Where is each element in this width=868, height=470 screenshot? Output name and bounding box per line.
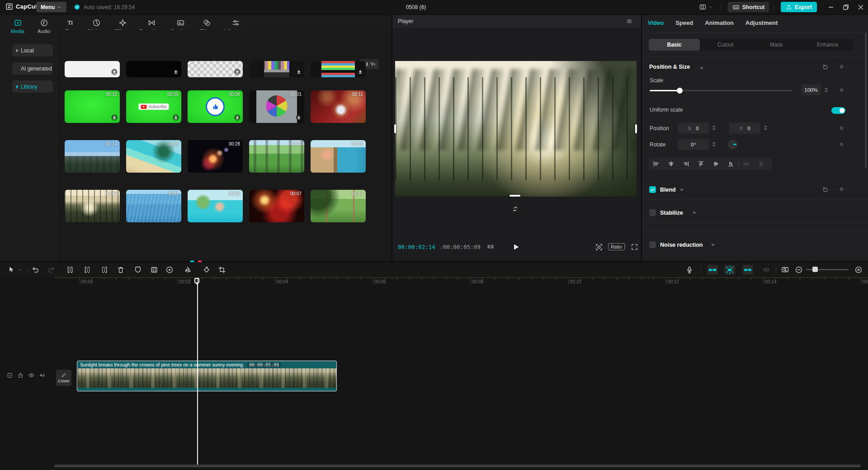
delete-button[interactable]: [117, 266, 125, 274]
mirror-button[interactable]: [184, 266, 192, 274]
media-thumb-family-in-park[interactable]: 00:13: [311, 190, 366, 222]
play-button[interactable]: [511, 242, 520, 252]
keyframe-prev-icon[interactable]: [833, 126, 837, 130]
position-y-stepper[interactable]: [762, 123, 769, 133]
collapse-icon[interactable]: [700, 66, 703, 69]
media-thumb-pool-girl[interactable]: 00:20: [188, 190, 243, 222]
keyframe-diamond-icon[interactable]: [839, 141, 844, 147]
player-menu-icon[interactable]: [626, 18, 633, 25]
media-thumb-tropical-beach[interactable]: 00:35: [126, 140, 181, 173]
timeline-zoom-knob[interactable]: [812, 267, 818, 272]
reset-icon[interactable]: [822, 64, 829, 70]
position-x-field[interactable]: X 0: [678, 122, 709, 134]
video-preview[interactable]: [395, 61, 637, 197]
media-thumb-green-screen[interactable]: 00:10: [65, 90, 120, 123]
linked-selection-button[interactable]: [742, 265, 753, 275]
scale-slider[interactable]: [650, 90, 793, 91]
keyframe-diamond-icon[interactable]: [839, 87, 844, 93]
expand-icon[interactable]: [693, 212, 696, 214]
media-thumb-color-stripes-banner[interactable]: [311, 61, 366, 77]
align-v-center-button[interactable]: [708, 158, 723, 170]
keyframe-diamond-icon[interactable]: [839, 64, 844, 70]
scale-stepper[interactable]: [823, 85, 830, 95]
scale-slider-knob[interactable]: [677, 88, 683, 94]
media-thumb-christmas-gifts[interactable]: 00:11: [311, 90, 366, 123]
track-options-icon[interactable]: [6, 372, 13, 379]
media-thumb-green-screen-subscribe[interactable]: Subscribe00:05: [126, 90, 181, 123]
blend-keyframe[interactable]: [833, 186, 850, 192]
distribute-h-button[interactable]: [739, 158, 754, 170]
media-thumb-cheerleaders[interactable]: 00:14: [249, 140, 304, 173]
media-thumb-test-bars-banner[interactable]: [249, 61, 304, 77]
shortcut-button[interactable]: Shortcut: [728, 2, 769, 12]
select-tool-button[interactable]: [7, 266, 15, 274]
inspector-tab-speed[interactable]: Speed: [675, 19, 693, 26]
playhead-handle[interactable]: [194, 278, 199, 283]
layout-switcher[interactable]: [699, 3, 713, 11]
media-thumb-red-fireworks[interactable]: 00:07: [249, 190, 304, 222]
media-thumb-transparent-matte[interactable]: [188, 61, 243, 77]
rotate-knob[interactable]: [728, 140, 737, 149]
download-icon[interactable]: [111, 114, 118, 121]
sidebar-item-local[interactable]: Local: [12, 44, 53, 56]
subtab-enhance[interactable]: Enhance: [802, 39, 853, 51]
keyframe-next-icon[interactable]: [846, 187, 850, 191]
scale-keyframe[interactable]: [833, 87, 850, 93]
keyframe-next-icon[interactable]: [846, 88, 850, 92]
timeline-scrollbar[interactable]: [54, 465, 861, 467]
tool-dropdown-icon[interactable]: [17, 267, 23, 273]
media-tab-media[interactable]: Media: [5, 16, 31, 36]
align-h-center-button[interactable]: [664, 158, 679, 170]
keyframe-diamond-icon[interactable]: [839, 125, 844, 131]
mask-button[interactable]: [134, 266, 142, 274]
redo-button[interactable]: [47, 266, 55, 274]
playhead-line[interactable]: [197, 278, 198, 465]
mute-track-icon[interactable]: [39, 372, 46, 379]
position-keyframe[interactable]: [833, 125, 850, 131]
delete-right-button[interactable]: [100, 266, 108, 274]
keyframe-prev-icon[interactable]: [833, 142, 837, 146]
subtab-basic[interactable]: Basic: [649, 39, 700, 51]
media-thumb-fireworks-night[interactable]: 00:28: [188, 140, 243, 173]
distribute-v-button[interactable]: [754, 158, 769, 170]
sidebar-item-ai-generated[interactable]: AI generated: [12, 62, 53, 75]
media-thumb-white-matte[interactable]: [65, 61, 120, 77]
main-track-magnet-button[interactable]: [707, 265, 718, 275]
keyframe-next-icon[interactable]: [846, 142, 850, 146]
media-thumb-pine-trees-sunlight[interactable]: 00:06: [65, 190, 120, 222]
transform-handle-right[interactable]: [635, 124, 637, 133]
transform-handle-left[interactable]: [394, 124, 396, 133]
keyframe-prev-icon[interactable]: [833, 65, 837, 69]
noise-reduction-checkbox[interactable]: [649, 241, 656, 248]
download-icon[interactable]: [234, 114, 241, 121]
media-thumb-blue-water[interactable]: 00:11: [126, 190, 181, 222]
scale-value-field[interactable]: 100%: [801, 85, 821, 95]
media-thumb-city-skyline[interactable]: 00:14: [65, 140, 120, 173]
align-right-button[interactable]: [679, 158, 693, 170]
download-icon[interactable]: [295, 68, 302, 75]
view-frames-button[interactable]: [780, 266, 790, 274]
rotate-stepper[interactable]: [711, 139, 717, 149]
restore-button[interactable]: [842, 3, 850, 11]
close-button[interactable]: [857, 3, 865, 11]
rotate-handle[interactable]: [510, 204, 520, 214]
export-button[interactable]: Export: [781, 2, 817, 12]
keyframe-prev-icon[interactable]: [833, 88, 837, 92]
inspector-tab-animation[interactable]: Animation: [705, 19, 734, 26]
lock-track-icon[interactable]: [17, 372, 24, 379]
fullscreen-icon[interactable]: [631, 243, 638, 251]
zoom-out-button[interactable]: [795, 266, 803, 274]
media-thumb-green-screen-like[interactable]: 00:06: [188, 90, 243, 123]
zoom-in-button[interactable]: [854, 266, 863, 274]
timeline-ruler[interactable]: |00:00|00:02|00:04|00:06|00:08|00:10|00:…: [0, 278, 868, 288]
blend-checkbox[interactable]: [649, 186, 656, 193]
preview-zoom-icon[interactable]: [595, 243, 603, 251]
align-left-button[interactable]: [649, 158, 664, 170]
download-icon[interactable]: [234, 68, 241, 75]
uniform-scale-toggle[interactable]: [831, 107, 845, 114]
position-y-field[interactable]: Y 0: [729, 122, 760, 134]
split-button[interactable]: [66, 266, 74, 274]
stabilize-checkbox[interactable]: [649, 209, 656, 216]
ratio-button[interactable]: Ratio: [608, 243, 625, 250]
toggle-visibility-icon[interactable]: [28, 372, 35, 379]
